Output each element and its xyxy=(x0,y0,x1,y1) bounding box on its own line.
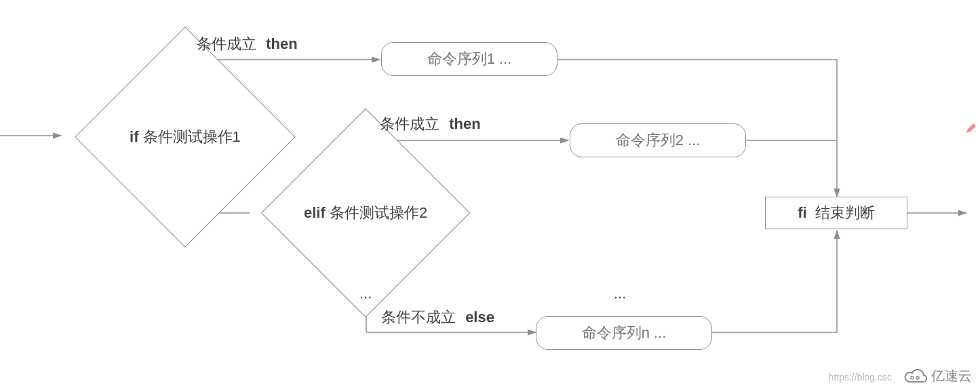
fi-text: 结束判断 xyxy=(815,204,875,221)
keyword-fi: fi xyxy=(798,204,806,221)
ellipsis-right: ... xyxy=(614,285,626,302)
pen-icon xyxy=(965,121,976,138)
label-true2: 条件成立 then xyxy=(380,114,481,134)
brand-logo: 亿速云 xyxy=(904,367,972,385)
keyword-if: if xyxy=(130,128,138,145)
keyword-then1: then xyxy=(266,35,297,52)
seq1-text: 命令序列1 ... xyxy=(427,49,512,69)
process-seq2: 命令序列2 ... xyxy=(570,123,746,157)
process-seqn: 命令序列n ... xyxy=(536,316,712,350)
seqn-text: 命令序列n ... xyxy=(582,323,667,343)
cloud-icon xyxy=(904,368,927,385)
keyword-elif: elif xyxy=(304,204,326,221)
svg-point-3 xyxy=(911,376,914,379)
watermark-url: https://blog.csc xyxy=(829,372,892,383)
label-else-text: 条件不成立 xyxy=(381,309,456,326)
elif-condition-text: 条件测试操作2 xyxy=(330,204,427,221)
terminator-fi: fi 结束判断 xyxy=(765,197,907,229)
keyword-else: else xyxy=(465,309,494,326)
process-seq1: 命令序列1 ... xyxy=(381,42,557,76)
brand-text: 亿速云 xyxy=(931,367,972,385)
label-true1-text: 条件成立 xyxy=(197,35,256,52)
keyword-then2: then xyxy=(449,115,480,132)
svg-point-4 xyxy=(916,376,919,379)
seq2-text: 命令序列2 ... xyxy=(616,130,701,151)
ellipsis-left: ... xyxy=(359,285,372,302)
if-condition-text: 条件测试操作1 xyxy=(143,128,241,145)
label-true1: 条件成立 then xyxy=(197,34,298,54)
label-true2-text: 条件成立 xyxy=(380,115,439,132)
label-else: 条件不成立 else xyxy=(381,307,494,328)
